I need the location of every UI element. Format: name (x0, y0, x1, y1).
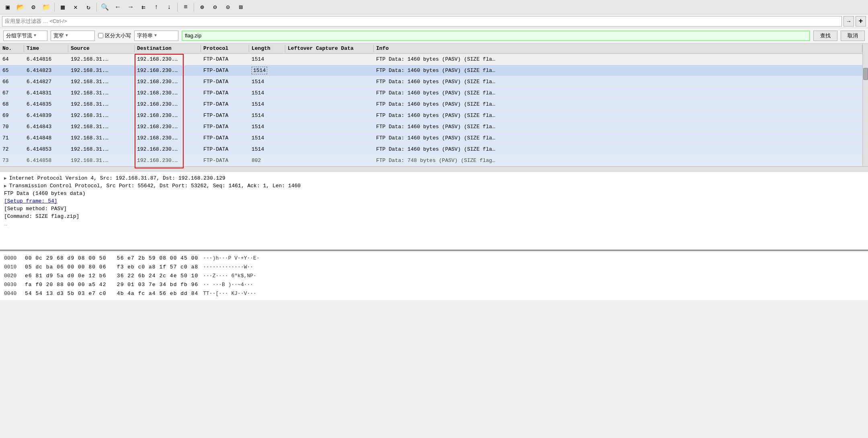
search-icon[interactable]: 🔍 (99, 2, 111, 13)
cell-dst: 192.168.230.… (135, 55, 201, 63)
expand-icon[interactable]: ▶ (4, 176, 7, 181)
hex-ascii: ·············W·· (203, 264, 253, 270)
cell-leftover (285, 126, 374, 128)
cell-dst: 192.168.230.… (135, 67, 201, 74)
cell-dst: 192.168.230.… (135, 100, 201, 108)
header-protocol: Protocol (201, 45, 249, 52)
cell-src: 192.168.31.… (68, 145, 135, 153)
cell-proto: FTP-DATA (201, 134, 249, 142)
refresh-icon[interactable]: ↻ (83, 2, 94, 13)
packet-scrollbar[interactable] (862, 43, 868, 166)
expand-icon[interactable]: ▶ (4, 183, 7, 188)
scrollbar-thumb[interactable] (863, 68, 868, 80)
zoom-reset-icon[interactable]: ⊙ (222, 2, 233, 13)
cell-no: 64 (0, 55, 24, 63)
packet-table-header: No. Time Source Destination Protocol Len… (0, 43, 862, 54)
hex-row: 0020 e6 81 d9 5a d0 0e 12 b6 36 22 6b 24… (4, 271, 864, 280)
cell-src: 192.168.31.… (68, 55, 135, 63)
table-row[interactable]: 64 6.414816 192.168.31.… 192.168.230.… F… (0, 54, 862, 65)
layout-icon[interactable]: ⊞ (235, 2, 246, 13)
settings-icon[interactable]: ⚙ (28, 2, 39, 13)
search-format-label: 字符串 (137, 32, 153, 39)
cell-src: 192.168.31.… (68, 134, 135, 142)
table-row[interactable]: 69 6.414839 192.168.31.… 192.168.230.… F… (0, 110, 862, 121)
search-width-dropdown[interactable]: 宽窄 ▼ (51, 31, 95, 41)
zoom-out-icon[interactable]: ⊖ (209, 2, 221, 13)
packet-list-container: No. Time Source Destination Protocol Len… (0, 43, 862, 166)
hex-bytes: 54 54 13 d3 5b 03 e7 c0 4b 4a fc a4 56 e… (25, 291, 198, 297)
find-button[interactable]: 查找 (813, 31, 837, 41)
down-icon[interactable]: ↓ (164, 2, 175, 13)
cancel-button[interactable]: 取消 (841, 31, 865, 41)
cell-info: FTP Data: 1460 bytes (PASV) (SIZE fla… (374, 55, 862, 63)
folder-icon[interactable]: 📁 (41, 2, 52, 13)
filter-forward-btn[interactable]: → (843, 16, 854, 27)
filter-add-btn[interactable]: + (856, 16, 866, 27)
table-row[interactable]: 67 6.414831 192.168.31.… 192.168.230.… F… (0, 88, 862, 99)
jump-start-icon[interactable]: ⇇ (138, 2, 149, 13)
detail-setup-method-text: [Setup method: PASV] (4, 206, 67, 212)
cell-no: 65 (0, 67, 24, 74)
cell-no: 72 (0, 145, 24, 153)
hex-bytes: e6 81 d9 5a d0 0e 12 b6 36 22 6b 24 2c 4… (25, 273, 198, 279)
zoom-in-icon[interactable]: ⊕ (197, 2, 208, 13)
cell-time: 6.414853 (24, 145, 68, 153)
cell-no: 68 (0, 100, 24, 108)
setup-frame-link[interactable]: [Setup frame: 54] (4, 198, 57, 204)
list-icon[interactable]: ≡ (180, 2, 191, 13)
grid-icon[interactable]: ▦ (57, 2, 68, 13)
filter-input[interactable] (2, 16, 842, 27)
cell-src: 192.168.31.… (68, 112, 135, 119)
cell-len: 1514 (249, 55, 285, 63)
table-row[interactable]: 73 6.414858 192.168.31.… 192.168.230.… F… (0, 155, 862, 166)
hex-panel: 0000 00 0c 29 68 d9 08 00 50 56 e7 2b 59… (0, 251, 868, 300)
cell-dst: 192.168.230.… (135, 112, 201, 119)
detail-row-setup-frame[interactable]: [Setup frame: 54] (4, 197, 864, 205)
cell-time: 6.414831 (24, 89, 68, 97)
table-row[interactable]: 68 6.414835 192.168.31.… 192.168.230.… F… (0, 99, 862, 110)
cell-no: 69 (0, 112, 24, 119)
case-sensitive-label: 区分大小写 (98, 32, 131, 39)
search-format-dropdown[interactable]: 字符串 ▼ (134, 31, 178, 41)
header-no: No. (0, 45, 24, 52)
detail-row-tcp[interactable]: ▶ Transmission Control Protocol, Src Por… (4, 182, 864, 190)
table-row[interactable]: 66 6.414827 192.168.31.… 192.168.230.… F… (0, 76, 862, 88)
forward-icon[interactable]: → (125, 2, 136, 13)
up-icon[interactable]: ↑ (151, 2, 162, 13)
back-icon[interactable]: ← (112, 2, 123, 13)
cell-len: 1514 (249, 78, 285, 86)
detail-more-text: … (4, 221, 7, 227)
open-icon[interactable]: 📂 (15, 2, 26, 13)
cell-info: FTP Data: 1460 bytes (PASV) (SIZE fla… (374, 123, 862, 131)
cell-proto: FTP-DATA (201, 55, 249, 63)
table-row[interactable]: 65 6.414823 192.168.31.… 192.168.230.… F… (0, 65, 862, 76)
table-row[interactable]: 71 6.414848 192.168.31.… 192.168.230.… F… (0, 133, 862, 144)
detail-row-setup-method: [Setup method: PASV] (4, 205, 864, 213)
table-row[interactable]: 72 6.414853 192.168.31.… 192.168.230.… F… (0, 144, 862, 155)
cell-info: FTP Data: 1460 bytes (PASV) (SIZE fla… (374, 134, 862, 142)
cell-info: FTP Data: 1460 bytes (PASV) (SIZE fla… (374, 100, 862, 108)
cell-leftover (285, 115, 374, 117)
cell-src: 192.168.31.… (68, 89, 135, 97)
cell-dst: 192.168.230.… (135, 134, 201, 142)
search-input[interactable] (182, 31, 810, 41)
horizontal-scrollbar[interactable] (0, 166, 868, 172)
case-sensitive-checkbox[interactable] (98, 33, 103, 38)
table-row[interactable]: 70 6.414843 192.168.31.… 192.168.230.… F… (0, 121, 862, 133)
cell-leftover (285, 81, 374, 83)
file-icon[interactable]: ▣ (2, 2, 13, 13)
search-type-dropdown[interactable]: 分组字节流 ▼ (3, 31, 47, 41)
chevron-down-icon: ▼ (34, 33, 36, 38)
cell-len: 1514 (249, 145, 285, 153)
cell-len: 1514 (249, 123, 285, 131)
cell-time: 6.414858 (24, 157, 68, 164)
detail-row-ip[interactable]: ▶ Internet Protocol Version 4, Src: 192.… (4, 174, 864, 182)
search-type-label: 分组字节流 (6, 32, 32, 39)
detail-ip-text: Internet Protocol Version 4, Src: 192.16… (9, 175, 225, 181)
cell-proto: FTP-DATA (201, 157, 249, 164)
close-icon[interactable]: ✕ (70, 2, 81, 13)
filter-bar: → + (0, 14, 868, 28)
cell-time: 6.414823 (24, 67, 68, 74)
cell-leftover (285, 92, 374, 94)
cell-info: FTP Data: 1460 bytes (PASV) (SIZE fla… (374, 89, 862, 97)
